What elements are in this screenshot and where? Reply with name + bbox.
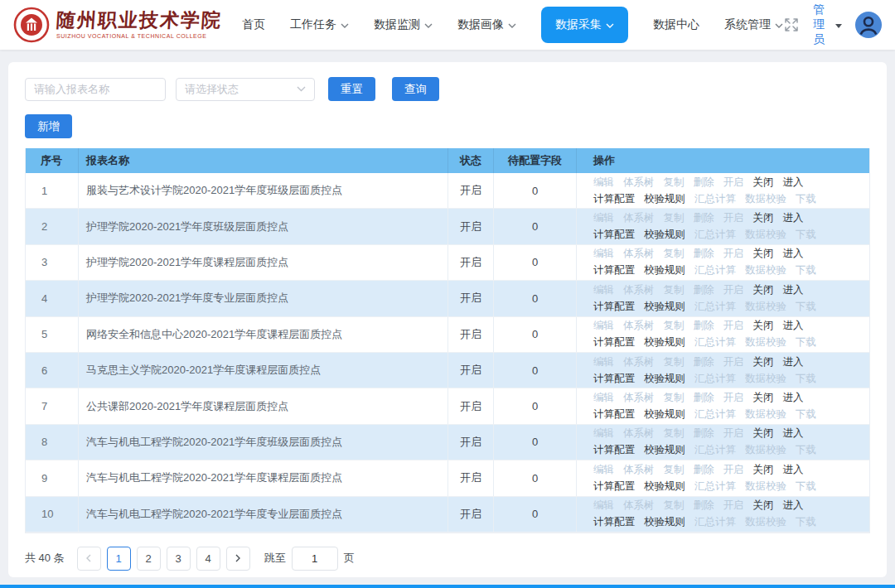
op-calc-config[interactable]: 计算配置 [593, 371, 635, 387]
reset-button[interactable]: 重置 [328, 77, 375, 101]
status-select-placeholder: 请选择状态 [185, 82, 239, 97]
op-validation-rules[interactable]: 校验规则 [644, 299, 685, 315]
op-close[interactable]: 关闭 [753, 498, 774, 513]
filter-bar: 请选择状态 重置 查询 [25, 77, 870, 101]
op-validation-rules[interactable]: 校验规则 [644, 514, 685, 530]
op-edit: 编辑 [593, 426, 614, 441]
op-close[interactable]: 关闭 [753, 426, 774, 441]
op-close[interactable]: 关闭 [753, 175, 774, 190]
fullscreen-button[interactable] [783, 17, 800, 33]
op-calc-config[interactable]: 计算配置 [593, 299, 635, 315]
op-enter[interactable]: 进入 [783, 318, 804, 334]
op-data-check: 数据校验 [745, 335, 786, 350]
search-button[interactable]: 查询 [392, 77, 439, 101]
page-button-3[interactable]: 3 [167, 547, 191, 571]
op-close[interactable]: 关闭 [753, 318, 774, 334]
op-close[interactable]: 关闭 [753, 390, 774, 406]
row-pending-fields: 0 [494, 388, 577, 423]
op-enter[interactable]: 进入 [783, 390, 804, 406]
operations-line-1: 编辑体系树复制删除开启关闭进入 [593, 426, 804, 441]
jump-page-input[interactable] [292, 547, 338, 571]
row-pending-fields: 0 [494, 245, 577, 280]
row-status: 开启 [448, 353, 494, 388]
status-select[interactable]: 请选择状态 [176, 78, 315, 101]
op-calc-config[interactable]: 计算配置 [593, 442, 635, 458]
nav-data-portrait[interactable]: 数据画像 [457, 17, 516, 32]
op-validation-rules[interactable]: 校验规则 [644, 479, 685, 494]
op-close[interactable]: 关闭 [753, 354, 774, 370]
op-enter[interactable]: 进入 [783, 354, 804, 370]
op-edit: 编辑 [593, 246, 614, 262]
op-calc-config[interactable]: 计算配置 [593, 407, 635, 422]
page-button-2[interactable]: 2 [137, 547, 161, 571]
op-open: 开启 [723, 462, 744, 478]
op-data-check: 数据校验 [745, 263, 786, 278]
op-download: 下载 [796, 371, 816, 387]
page-button-1[interactable]: 1 [107, 547, 131, 571]
operations-line-2: 计算配置校验规则汇总计算数据校验下载 [593, 263, 816, 278]
op-enter[interactable]: 进入 [783, 282, 804, 298]
op-open: 开启 [723, 246, 744, 262]
op-validation-rules[interactable]: 校验规则 [644, 371, 685, 387]
op-calc-config[interactable]: 计算配置 [593, 335, 635, 350]
op-enter[interactable]: 进入 [783, 246, 804, 262]
op-edit: 编辑 [593, 318, 614, 334]
user-avatar[interactable] [855, 12, 882, 38]
op-calc-config[interactable]: 计算配置 [593, 479, 635, 494]
op-download: 下载 [796, 263, 816, 278]
op-close[interactable]: 关闭 [753, 282, 774, 298]
report-name-input[interactable] [25, 78, 166, 101]
op-copy: 复制 [664, 318, 685, 334]
op-summary-calc: 汇总计算 [694, 371, 736, 387]
nav-work-tasks[interactable]: 工作任务 [290, 17, 349, 32]
add-button[interactable]: 新增 [25, 114, 72, 138]
bottom-accent-bar [0, 585, 895, 588]
op-validation-rules[interactable]: 校验规则 [644, 263, 685, 278]
toolbar: 新增 [25, 114, 870, 138]
op-close[interactable]: 关闭 [753, 246, 774, 262]
op-validation-rules[interactable]: 校验规则 [644, 191, 685, 207]
next-page-button[interactable] [226, 547, 250, 571]
op-enter[interactable]: 进入 [783, 210, 804, 226]
operations-line-2: 计算配置校验规则汇总计算数据校验下载 [593, 407, 816, 422]
op-copy: 复制 [664, 498, 685, 513]
op-system-tree: 体系树 [623, 210, 655, 226]
op-download: 下载 [796, 407, 816, 422]
nav-data-monitoring[interactable]: 数据监测 [374, 17, 433, 32]
op-enter[interactable]: 进入 [783, 426, 804, 441]
op-calc-config[interactable]: 计算配置 [593, 514, 635, 530]
op-close[interactable]: 关闭 [753, 462, 774, 478]
op-calc-config[interactable]: 计算配置 [593, 263, 635, 278]
op-enter[interactable]: 进入 [783, 498, 804, 513]
row-operations: 编辑体系树复制删除开启关闭进入 计算配置校验规则汇总计算数据校验下载 [577, 353, 869, 388]
nav-data-collection[interactable]: 数据采集 [541, 7, 628, 43]
nav-item-label: 数据监测 [374, 17, 420, 32]
nav-home[interactable]: 首页 [242, 17, 265, 32]
nav-data-center[interactable]: 数据中心 [653, 17, 699, 32]
row-status: 开启 [448, 497, 494, 532]
op-download: 下载 [796, 335, 816, 350]
op-enter[interactable]: 进入 [783, 462, 804, 478]
op-copy: 复制 [664, 210, 685, 226]
user-menu[interactable]: 管理员 [813, 2, 842, 47]
op-summary-calc: 汇总计算 [694, 335, 736, 350]
op-summary-calc: 汇总计算 [694, 227, 736, 243]
row-operations: 编辑体系树复制删除开启关闭进入 计算配置校验规则汇总计算数据校验下载 [577, 173, 869, 208]
op-validation-rules[interactable]: 校验规则 [644, 227, 685, 243]
page-button-4[interactable]: 4 [196, 547, 220, 571]
operations-line-2: 计算配置校验规则汇总计算数据校验下载 [593, 299, 816, 315]
college-seal-icon [13, 7, 50, 43]
row-status: 开启 [448, 281, 494, 316]
nav-system-admin[interactable]: 系统管理 [724, 17, 783, 32]
op-calc-config[interactable]: 计算配置 [593, 191, 635, 207]
chevron-down-icon [424, 23, 433, 28]
chevron-down-icon [508, 23, 516, 28]
op-close[interactable]: 关闭 [753, 210, 774, 226]
op-validation-rules[interactable]: 校验规则 [644, 442, 685, 458]
op-validation-rules[interactable]: 校验规则 [644, 335, 685, 350]
op-calc-config[interactable]: 计算配置 [593, 227, 635, 243]
content-card: 请选择状态 重置 查询 新增 序号报表名称状态待配置字段操作 1 服装与艺术设计… [8, 62, 887, 577]
op-validation-rules[interactable]: 校验规则 [644, 407, 685, 422]
prev-page-button[interactable] [77, 547, 101, 571]
op-enter[interactable]: 进入 [783, 175, 804, 190]
